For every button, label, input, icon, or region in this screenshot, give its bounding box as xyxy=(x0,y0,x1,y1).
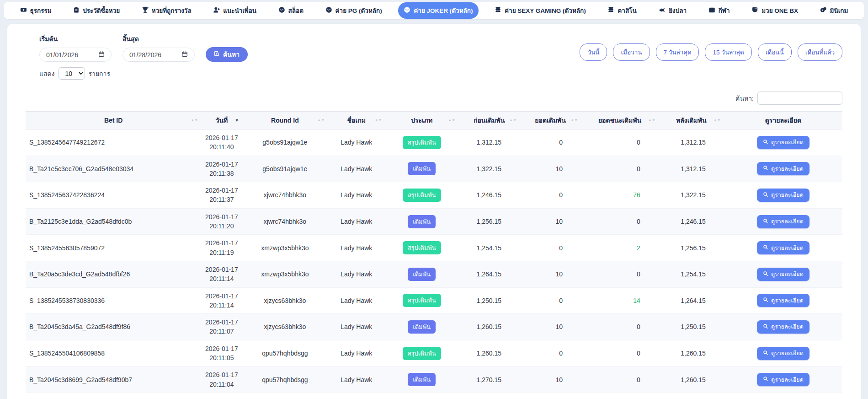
cell-bet-id: S_1385245563057859072 xyxy=(26,235,201,261)
view-detail-button[interactable]: ดูรายละเอียด xyxy=(757,294,809,307)
cell-bet-id: S_1385245504106809858 xyxy=(26,340,201,367)
magnifier-icon xyxy=(763,376,768,383)
table-search-input[interactable] xyxy=(757,92,842,105)
nav-tab-casino[interactable]: คาสิโน xyxy=(602,2,642,19)
cell-before-bet: 1,246.15 xyxy=(458,182,520,209)
magnifier-icon xyxy=(763,218,768,225)
cell-round-id: xjzycs63bhk3o xyxy=(242,287,328,314)
view-detail-button[interactable]: ดูรายละเอียด xyxy=(757,162,809,175)
page-size-select[interactable]: 10 xyxy=(59,67,85,80)
nav-tab-transactions[interactable]: ธุรกรรม xyxy=(15,2,57,19)
cell-win-amount: 0 xyxy=(581,314,659,340)
cell-win-amount: 0 xyxy=(581,156,659,182)
nav-tab-sexy-gaming-provider[interactable]: ค่าย SEXY GAMING (ตัวหลัก) xyxy=(489,2,591,19)
nav-tab-fish-shooting[interactable]: ยิงปลา xyxy=(653,2,692,19)
cell-type: สรุปเดิมพัน xyxy=(385,340,458,367)
view-detail-button[interactable]: ดูรายละเอียด xyxy=(757,136,809,149)
calendar-icon[interactable] xyxy=(181,51,188,59)
view-detail-button[interactable]: ดูรายละเอียด xyxy=(757,320,809,334)
cell-game-name: Lady Hawk xyxy=(328,287,385,314)
nav-tab-sports[interactable]: กีฬา xyxy=(703,2,735,19)
cell-before-bet: 1,270.15 xyxy=(458,367,520,393)
cell-view-detail: ดูรายละเอียด xyxy=(724,367,842,393)
view-detail-button[interactable]: ดูรายละเอียด xyxy=(757,373,809,386)
cell-view-detail: ดูรายละเอียด xyxy=(724,129,842,156)
cell-round-id: xmzwp3x5bhk3o xyxy=(242,261,328,287)
quick-filter-group: วันนี้ เมื่อวาน 7 วันล่าสุด 15 วันล่าสุด… xyxy=(580,43,842,61)
quick-filter-last-7-days[interactable]: 7 วันล่าสุด xyxy=(656,43,699,61)
nav-tab-winning-lottery[interactable]: หวยที่ถูกรางวัล xyxy=(136,2,197,19)
nav-tab-lottery-history[interactable]: ประวัติซื้อหวย xyxy=(68,2,125,19)
nav-tab-label: ประวัติซื้อหวย xyxy=(83,5,120,16)
end-date-value: 01/28/2026 xyxy=(129,51,161,59)
fish-icon xyxy=(658,7,666,15)
bets-table: Bet ID▲▼ วันที่▼ Round Id▲▼ ชื่อเกม▲▼ ปร… xyxy=(26,111,842,393)
cell-round-id: xjzycs63bhk3o xyxy=(242,314,328,340)
nav-tab-pg-provider[interactable]: ค่าย PG (ตัวหลัก) xyxy=(320,2,388,19)
end-date-input[interactable]: 01/28/2026 xyxy=(122,48,195,62)
quick-filter-last-15-days[interactable]: 15 วันล่าสุด xyxy=(705,43,751,61)
table-row: B_Ta2125c3e1dda_G2ad548dfdc0b2026-01-172… xyxy=(26,208,842,235)
table-row: S_13852455387308303362026-01-1720:11:14x… xyxy=(26,287,842,314)
col-header-bet-amount[interactable]: ยอดเดิมพัน▲▼ xyxy=(520,112,581,129)
cell-type: เดิมพัน xyxy=(385,261,458,287)
date-value: 2026-01-17 xyxy=(204,160,239,169)
start-date-group: เริ่มต้น 01/01/2026 xyxy=(39,34,112,62)
cell-after-bet: 1,260.15 xyxy=(659,367,724,393)
win-amount-value: 76 xyxy=(633,191,640,199)
table-row: S_13852455041068098582026-01-1720:11:05q… xyxy=(26,340,842,367)
col-header-win-amount[interactable]: ยอดชนะเดิมพัน▲▼ xyxy=(581,112,659,129)
start-date-input[interactable]: 01/01/2026 xyxy=(39,48,112,62)
nav-tab-joker-provider[interactable]: ค่าย JOKER (ตัวหลัก) xyxy=(398,2,478,19)
table-row: S_13852456374228362242026-01-1720:11:37x… xyxy=(26,182,842,209)
search-icon xyxy=(214,51,220,58)
table-header: Bet ID▲▼ วันที่▼ Round Id▲▼ ชื่อเกม▲▼ ปร… xyxy=(26,112,842,129)
sort-icon: ▲▼ xyxy=(509,119,517,122)
cell-game-name: Lady Hawk xyxy=(328,340,385,367)
win-amount-value: 0 xyxy=(637,376,640,383)
cell-date: 2026-01-1720:11:04 xyxy=(201,367,242,393)
magnifier-icon xyxy=(763,297,768,304)
view-detail-button[interactable]: ดูรายละเอียด xyxy=(757,347,809,360)
magnifier-icon xyxy=(763,324,768,330)
win-amount-value: 0 xyxy=(637,218,640,225)
calendar-icon[interactable] xyxy=(98,51,105,59)
time-value: 20:11:38 xyxy=(204,169,239,178)
view-detail-button[interactable]: ดูรายละเอียด xyxy=(757,215,809,228)
win-amount-value: 0 xyxy=(637,139,640,146)
sort-icon: ▲▼ xyxy=(317,119,325,122)
quick-filter-today[interactable]: วันนี้ xyxy=(580,43,607,61)
cell-win-amount: 2 xyxy=(581,235,659,261)
col-header-round-id[interactable]: Round Id▲▼ xyxy=(242,112,328,129)
col-header-type[interactable]: ประเภท▲▼ xyxy=(385,112,458,129)
cell-before-bet: 1,254.15 xyxy=(458,235,520,261)
table-row: S_13852456477492126722026-01-1720:11:40g… xyxy=(26,129,842,156)
view-detail-button[interactable]: ดูรายละเอียด xyxy=(757,241,809,254)
cell-game-name: Lady Hawk xyxy=(328,235,385,261)
col-header-date[interactable]: วันที่▼ xyxy=(201,112,242,129)
cell-after-bet: 1,250.15 xyxy=(659,314,724,340)
table-row: B_Ta2045c3d8699_G2ad548df90b72026-01-172… xyxy=(26,367,842,393)
nav-tab-label: ธุรกรรม xyxy=(30,5,52,16)
table-body: S_13852456477492126722026-01-1720:11:40g… xyxy=(26,129,842,393)
nav-tab-minigames[interactable]: มินิเกม xyxy=(815,2,854,19)
quick-filter-last-month[interactable]: เดือนที่แล้ว xyxy=(798,43,842,61)
cell-game-name: Lady Hawk xyxy=(328,314,385,340)
cell-game-name: Lady Hawk xyxy=(328,367,385,393)
col-header-bet-id[interactable]: Bet ID▲▼ xyxy=(26,112,201,129)
col-header-before-bet[interactable]: ก่อนเดิมพัน▲▼ xyxy=(458,112,520,129)
col-header-game-name[interactable]: ชื่อเกม▲▼ xyxy=(328,112,385,129)
cell-type: เดิมพัน xyxy=(385,156,458,182)
cell-bet-amount: 10 xyxy=(520,208,581,235)
quick-filter-this-month[interactable]: เดือนนี้ xyxy=(758,43,792,61)
view-detail-button[interactable]: ดูรายละเอียด xyxy=(757,268,809,281)
search-button[interactable]: ค้นหา xyxy=(206,47,248,62)
quick-filter-yesterday[interactable]: เมื่อวาน xyxy=(613,43,650,61)
nav-tab-refer-friend[interactable]: แนะนำเพื่อน xyxy=(208,2,262,19)
nav-tab-slots[interactable]: สล็อต xyxy=(273,2,309,19)
col-header-after-bet[interactable]: หลังเดิมพัน▲▼ xyxy=(659,112,724,129)
view-detail-button[interactable]: ดูรายละเอียด xyxy=(757,189,809,202)
sort-desc-icon: ▼ xyxy=(235,119,239,122)
cell-round-id: qpu57hqhbdsgg xyxy=(242,367,328,393)
nav-tab-boxing[interactable]: มวย ONE BX xyxy=(746,2,804,19)
